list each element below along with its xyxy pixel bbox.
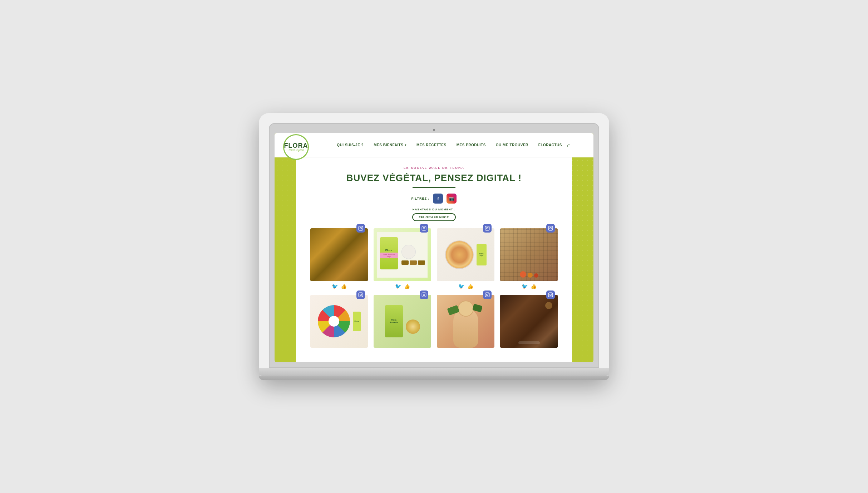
svg-point-11 [552, 227, 552, 227]
card-actions-1: 🐦 👍 [310, 283, 368, 289]
laptop-base [259, 368, 609, 376]
card-actions-4: 🐦 👍 [500, 283, 558, 289]
nav-floractus[interactable]: FLORACTUS [533, 143, 567, 147]
like-icon-1[interactable]: 👍 [341, 283, 347, 289]
picnic-image [500, 228, 558, 281]
svg-rect-12 [359, 293, 363, 297]
home-icon[interactable]: ⌂ [567, 142, 571, 148]
photo-card-inner-7 [437, 295, 494, 348]
camera-dot [433, 129, 435, 131]
nav-mes-bienfaits[interactable]: MES BIENFAITS ▾ [369, 143, 411, 147]
photo-card-inner-4 [500, 228, 558, 281]
main-content: LE SOCIAL WALL DE FLORA BUVEZ VÉGÉTAL, P… [296, 157, 572, 362]
svg-point-7 [487, 228, 488, 229]
salad-image: Flora Soja [437, 228, 494, 281]
nav-ou-me-trouver[interactable]: OÙ ME TROUVER [491, 143, 533, 147]
hashtags-section: HASHTAGS DU MOMENT : #FLORAFRANCE [310, 208, 558, 221]
card-actions-3: 🐦 👍 [437, 283, 494, 289]
twitter-icon-3[interactable]: 🐦 [458, 283, 464, 289]
like-icon-4[interactable]: 👍 [531, 283, 537, 289]
like-icon-3[interactable]: 👍 [467, 283, 473, 289]
amande-image: FloraAmande [374, 295, 431, 348]
chevron-down-icon: ▾ [405, 143, 406, 147]
coffee-image [500, 295, 558, 348]
photo-card-inner-8 [500, 295, 558, 348]
instagram-badge-5 [356, 291, 365, 299]
main-heading: BUVEZ VÉGÉTAL, PENSEZ DIGITAL ! [310, 172, 558, 184]
svg-point-16 [423, 294, 425, 296]
photo-card-inner-6: FloraAmande [374, 295, 431, 348]
laptop-foot [259, 376, 609, 380]
card-actions-2: 🐦 👍 [374, 283, 431, 289]
svg-point-5 [425, 227, 425, 227]
svg-point-23 [552, 293, 552, 294]
svg-point-4 [423, 228, 425, 229]
instagram-badge-6 [420, 291, 428, 299]
svg-point-2 [362, 227, 362, 227]
svg-rect-9 [548, 226, 553, 230]
flora-soja-box: Flora Think Positive Soja [380, 237, 398, 269]
instagram-badge-8 [546, 291, 555, 299]
svg-point-20 [488, 293, 489, 294]
photo-card-roll[interactable]: Flora [310, 295, 368, 348]
svg-rect-15 [422, 293, 426, 297]
svg-point-17 [425, 293, 425, 294]
logo-tagline: 100% végétal [288, 149, 304, 151]
logo[interactable]: FLORA 100% végétal [283, 134, 309, 160]
nav-qui-suis-je[interactable]: QUI SUIS-JE ? [332, 143, 369, 147]
svg-point-8 [488, 227, 489, 227]
amande-box: FloraAmande [385, 305, 403, 337]
filter-row: FILTREZ : f 📷 [310, 194, 558, 204]
filter-label: FILTREZ : [411, 197, 430, 200]
like-icon-2[interactable]: 👍 [404, 283, 410, 289]
hashtag-badge[interactable]: #FLORAFRANCE [412, 213, 456, 221]
svg-rect-3 [422, 226, 426, 230]
nav-mes-recettes[interactable]: MES RECETTES [411, 143, 452, 147]
laptop-container: FLORA 100% végétal QUI SUIS-JE ? MES BIE… [259, 113, 609, 380]
instagram-badge-3 [483, 224, 492, 233]
roll-image: Flora [310, 295, 368, 348]
instagram-icon: 📷 [449, 196, 454, 201]
waffle-image [310, 228, 368, 281]
svg-point-13 [360, 294, 362, 296]
photo-card-waffle[interactable]: 🐦 👍 [310, 228, 368, 289]
heading-divider [413, 187, 455, 188]
svg-rect-0 [359, 226, 363, 230]
svg-point-1 [360, 228, 362, 229]
twitter-icon-4[interactable]: 🐦 [522, 283, 528, 289]
instagram-filter-button[interactable]: 📷 [447, 194, 457, 204]
facebook-icon: f [437, 196, 439, 201]
svg-rect-6 [485, 226, 489, 230]
instagram-badge-2 [420, 224, 428, 233]
svg-rect-18 [485, 293, 489, 297]
nav-mes-produits[interactable]: MES PRODUITS [452, 143, 491, 147]
laptop-screen: FLORA 100% végétal QUI SUIS-JE ? MES BIE… [275, 133, 593, 362]
instagram-badge-1 [356, 224, 365, 233]
photo-card-woman[interactable] [437, 295, 494, 348]
logo-text: FLORA [284, 142, 308, 149]
roll-circle [318, 305, 350, 337]
photo-card-amande[interactable]: FloraAmande [374, 295, 431, 348]
flora-soja-image: Flora Think Positive Soja [374, 228, 431, 281]
svg-rect-21 [548, 293, 553, 297]
basket-weave [500, 228, 558, 281]
svg-point-14 [362, 293, 362, 294]
instagram-badge-7 [483, 291, 492, 299]
svg-point-22 [550, 294, 552, 296]
photo-card-inner [310, 228, 368, 281]
photo-card-flora-soja[interactable]: Flora Think Positive Soja [374, 228, 431, 289]
photo-card-salad[interactable]: Flora Soja 🐦 👍 [437, 228, 494, 289]
photo-card-inner-2: Flora Think Positive Soja [374, 228, 431, 281]
woman-image [437, 295, 494, 348]
hashtags-label: HASHTAGS DU MOMENT : [310, 208, 558, 211]
twitter-icon-1[interactable]: 🐦 [332, 283, 338, 289]
photo-card-inner-3: Flora Soja [437, 228, 494, 281]
facebook-filter-button[interactable]: f [433, 194, 443, 204]
instagram-badge-4 [546, 224, 555, 233]
svg-point-19 [487, 294, 488, 296]
photo-card-picnic[interactable]: 🐦 👍 [500, 228, 558, 289]
photo-card-inner-5: Flora [310, 295, 368, 348]
twitter-icon-2[interactable]: 🐦 [395, 283, 401, 289]
social-wall-label: LE SOCIAL WALL DE FLORA [310, 166, 558, 170]
photo-card-coffee[interactable] [500, 295, 558, 348]
